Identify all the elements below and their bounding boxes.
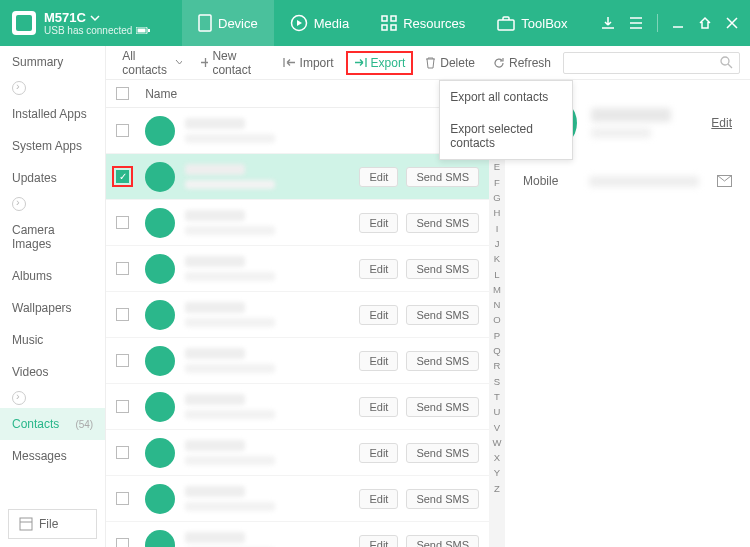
alpha-letter[interactable]: I <box>496 222 499 235</box>
edit-button[interactable]: Edit <box>359 489 398 509</box>
send-sms-button[interactable]: Send SMS <box>406 167 479 187</box>
alpha-letter[interactable]: H <box>494 206 501 219</box>
alpha-letter[interactable]: V <box>494 421 500 434</box>
mail-icon[interactable] <box>717 175 732 187</box>
export-selected-option[interactable]: Export selected contacts <box>440 113 572 159</box>
alpha-letter[interactable]: E <box>494 160 500 173</box>
contact-row[interactable]: EditSend SMS <box>106 338 489 384</box>
alpha-letter[interactable]: X <box>494 451 500 464</box>
send-sms-button[interactable]: Send SMS <box>406 397 479 417</box>
edit-button[interactable]: Edit <box>359 213 398 233</box>
alpha-letter[interactable]: N <box>494 298 501 311</box>
alpha-letter[interactable]: O <box>493 313 500 326</box>
sidebar-item-videos[interactable]: Videos <box>0 356 105 388</box>
row-checkbox[interactable] <box>116 446 129 459</box>
all-contacts-dropdown[interactable]: All contacts <box>116 46 188 80</box>
contact-row[interactable]: EditSend SMS <box>106 246 489 292</box>
alpha-letter[interactable]: F <box>494 176 500 189</box>
row-checkbox[interactable] <box>116 400 129 413</box>
row-checkbox[interactable] <box>116 308 129 321</box>
alpha-letter[interactable]: K <box>494 252 500 265</box>
send-sms-button[interactable]: Send SMS <box>406 351 479 371</box>
contact-row[interactable]: EditSend SMS <box>106 476 489 522</box>
device-info[interactable]: M571C USB has connected <box>0 10 182 36</box>
edit-button[interactable]: Edit <box>359 397 398 417</box>
row-checkbox[interactable] <box>116 170 129 183</box>
alpha-letter[interactable]: Q <box>493 344 500 357</box>
export-all-option[interactable]: Export all contacts <box>440 81 572 113</box>
tab-device[interactable]: Device <box>182 0 274 46</box>
edit-button[interactable]: Edit <box>359 167 398 187</box>
sidebar-item-summary[interactable]: Summary <box>0 46 105 78</box>
sidebar-item-music[interactable]: Music <box>0 324 105 356</box>
tab-toolbox[interactable]: ToolBox <box>481 0 583 46</box>
tab-media[interactable]: Media <box>274 0 365 46</box>
download-icon[interactable] <box>601 16 615 30</box>
alpha-letter[interactable]: Z <box>494 482 500 495</box>
sidebar-expand-icon[interactable] <box>12 391 26 405</box>
home-icon[interactable] <box>698 16 712 30</box>
contact-row[interactable]: EditSend SMS <box>106 292 489 338</box>
edit-button[interactable]: Edit <box>359 351 398 371</box>
contact-row[interactable]: EditSend SMS <box>106 154 489 200</box>
sidebar-expand-icon[interactable] <box>12 197 26 211</box>
tab-resources[interactable]: Resources <box>365 0 481 46</box>
contact-row[interactable]: EditSend SMS <box>106 200 489 246</box>
contact-row[interactable] <box>106 108 489 154</box>
select-all-checkbox[interactable] <box>116 87 129 100</box>
menu-icon[interactable] <box>629 17 643 29</box>
edit-button[interactable]: Edit <box>359 535 398 548</box>
edit-button[interactable]: Edit <box>359 305 398 325</box>
alpha-letter[interactable]: M <box>493 283 501 296</box>
sidebar-item-messages[interactable]: Messages <box>0 440 105 472</box>
sidebar-item-albums[interactable]: Albums <box>0 260 105 292</box>
send-sms-button[interactable]: Send SMS <box>406 535 479 548</box>
send-sms-button[interactable]: Send SMS <box>406 213 479 233</box>
row-checkbox[interactable] <box>116 538 129 547</box>
edit-contact-link[interactable]: Edit <box>711 116 732 130</box>
alpha-letter[interactable]: R <box>494 359 501 372</box>
sidebar-item-contacts[interactable]: Contacts (54) <box>0 408 105 440</box>
alpha-letter[interactable]: S <box>494 375 500 388</box>
sidebar-item-installed-apps[interactable]: Installed Apps <box>0 98 105 130</box>
edit-button[interactable]: Edit <box>359 259 398 279</box>
avatar <box>145 116 175 146</box>
row-checkbox[interactable] <box>116 216 129 229</box>
file-label: File <box>39 517 58 531</box>
refresh-button[interactable]: Refresh <box>487 53 557 73</box>
sidebar-item-system-apps[interactable]: System Apps <box>0 130 105 162</box>
alpha-letter[interactable]: W <box>493 436 502 449</box>
delete-button[interactable]: Delete <box>419 53 481 73</box>
search-input[interactable] <box>570 56 720 70</box>
send-sms-button[interactable]: Send SMS <box>406 489 479 509</box>
send-sms-button[interactable]: Send SMS <box>406 443 479 463</box>
alpha-letter[interactable]: T <box>494 390 500 403</box>
edit-button[interactable]: Edit <box>359 443 398 463</box>
contact-row[interactable]: EditSend SMS <box>106 522 489 547</box>
alpha-letter[interactable]: P <box>494 329 500 342</box>
sidebar-item-wallpapers[interactable]: Wallpapers <box>0 292 105 324</box>
row-checkbox[interactable] <box>116 262 129 275</box>
send-sms-button[interactable]: Send SMS <box>406 305 479 325</box>
contact-row[interactable]: EditSend SMS <box>106 384 489 430</box>
row-checkbox[interactable] <box>116 354 129 367</box>
alpha-letter[interactable]: L <box>494 268 499 281</box>
alpha-letter[interactable]: Y <box>494 466 500 479</box>
alpha-letter[interactable]: G <box>493 191 500 204</box>
sidebar-item-camera-images[interactable]: Camera Images <box>0 214 105 260</box>
export-button[interactable]: Export <box>346 51 414 75</box>
close-icon[interactable] <box>726 17 738 29</box>
send-sms-button[interactable]: Send SMS <box>406 259 479 279</box>
search-box[interactable] <box>563 52 740 74</box>
row-checkbox[interactable] <box>116 492 129 505</box>
alpha-letter[interactable]: U <box>494 405 501 418</box>
contact-row[interactable]: EditSend SMS <box>106 430 489 476</box>
sidebar-expand-icon[interactable] <box>12 81 26 95</box>
alpha-letter[interactable]: J <box>495 237 500 250</box>
file-button[interactable]: File <box>8 509 97 539</box>
row-checkbox[interactable] <box>116 124 129 137</box>
minimize-icon[interactable] <box>672 17 684 29</box>
sidebar-item-updates[interactable]: Updates <box>0 162 105 194</box>
import-button[interactable]: Import <box>277 53 340 73</box>
new-contact-button[interactable]: New contact <box>194 46 271 80</box>
